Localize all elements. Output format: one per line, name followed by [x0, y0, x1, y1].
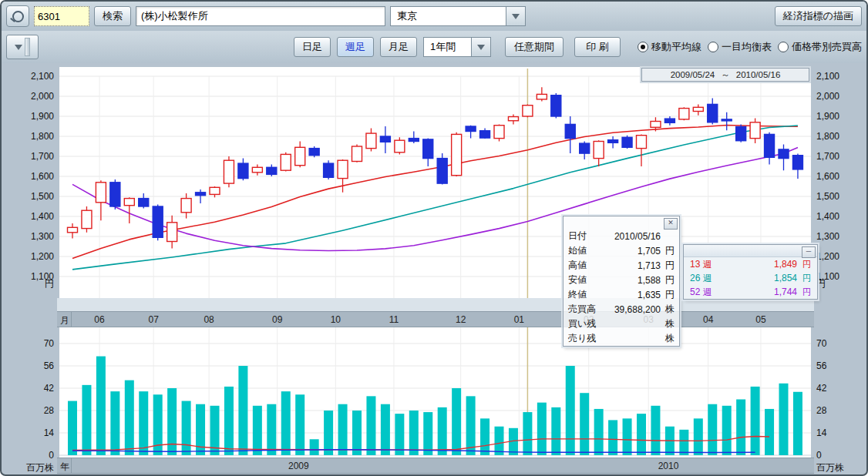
economic-indicator-button[interactable]: 経済指標の描画: [775, 6, 862, 26]
candle[interactable]: [651, 122, 661, 128]
candle[interactable]: [281, 154, 291, 170]
expand-dropdown-button[interactable]: [6, 35, 39, 59]
candle[interactable]: [551, 96, 561, 116]
price-tick-label: 1,800: [816, 131, 839, 142]
candle[interactable]: [580, 143, 590, 153]
candle[interactable]: [338, 160, 348, 178]
candle[interactable]: [196, 193, 206, 196]
candle[interactable]: [238, 163, 248, 179]
chevron-down-icon[interactable]: [471, 38, 490, 56]
candle[interactable]: [608, 140, 618, 143]
candle[interactable]: [295, 147, 305, 165]
price-tick-label: 1,900: [2, 111, 54, 122]
price-tick-label: 1,300: [2, 231, 54, 242]
stock-name-value: (株)小松製作所: [141, 9, 208, 23]
chevron-down-icon[interactable]: [506, 7, 525, 25]
candle[interactable]: [750, 122, 760, 139]
candle[interactable]: [664, 119, 675, 122]
candle[interactable]: [167, 223, 177, 242]
candle[interactable]: [324, 163, 334, 177]
radio-moving-average[interactable]: 移動平均線: [638, 40, 701, 54]
tab-weekly[interactable]: 週足: [337, 37, 374, 57]
candle[interactable]: [693, 107, 703, 111]
custom-period-button[interactable]: 任意期間: [505, 37, 564, 57]
candle[interactable]: [622, 137, 632, 147]
candle[interactable]: [352, 146, 362, 162]
stock-name-field[interactable]: (株)小松製作所: [136, 6, 385, 26]
radio-selected-icon: [638, 42, 648, 52]
candle[interactable]: [409, 139, 419, 142]
candle[interactable]: [224, 160, 234, 183]
volume-bar: [480, 418, 490, 455]
candle[interactable]: [153, 206, 163, 237]
candle[interactable]: [124, 199, 134, 206]
candle[interactable]: [82, 210, 92, 228]
close-icon[interactable]: ✕: [664, 218, 678, 230]
candle[interactable]: [537, 94, 547, 99]
candle[interactable]: [722, 119, 732, 121]
radio-unselected-icon: [708, 42, 718, 52]
candle[interactable]: [110, 183, 120, 206]
candle[interactable]: [494, 126, 504, 139]
price-tick-label: 1,600: [816, 171, 839, 182]
candle[interactable]: [708, 104, 718, 122]
price-tick-label: 1,700: [2, 151, 54, 162]
candle[interactable]: [679, 109, 689, 119]
candle[interactable]: [68, 227, 78, 233]
candle[interactable]: [366, 133, 376, 149]
volume-bar: [310, 439, 319, 455]
candle[interactable]: [210, 187, 220, 194]
candle[interactable]: [437, 159, 447, 184]
candle[interactable]: [181, 199, 191, 213]
candle[interactable]: [252, 167, 262, 173]
candle[interactable]: [565, 124, 575, 138]
tooltip-label: 売り残: [568, 332, 604, 345]
volume-bar: [623, 418, 632, 455]
tab-monthly[interactable]: 月足: [380, 37, 417, 57]
candle[interactable]: [139, 199, 149, 206]
volume-bar: [366, 396, 375, 455]
candle[interactable]: [637, 136, 647, 149]
tooltip-unit: 株: [661, 317, 675, 330]
volume-bar: [708, 404, 717, 455]
volume-bar: [793, 392, 802, 455]
search-icon-button[interactable]: [6, 5, 29, 27]
tooltip-label: 売買高: [568, 303, 604, 316]
legend-value: 1,854: [725, 273, 797, 283]
search-button[interactable]: 検索: [94, 6, 131, 26]
tooltip-value: 1,588: [604, 275, 661, 286]
candle[interactable]: [736, 127, 746, 141]
price-tick-label: 1,700: [816, 151, 839, 162]
radio-ichimoku[interactable]: 一目均衡表: [708, 40, 772, 54]
candle[interactable]: [779, 149, 789, 159]
candle[interactable]: [380, 136, 390, 142]
candle[interactable]: [96, 183, 106, 203]
candle[interactable]: [480, 131, 490, 138]
exchange-value: 東京: [391, 7, 506, 25]
candle[interactable]: [466, 126, 476, 132]
period-select[interactable]: 1年間: [423, 37, 491, 57]
stock-code-input[interactable]: [34, 6, 89, 26]
tooltip-label: 高値: [568, 259, 604, 272]
price-tick-label: 2,100: [2, 71, 54, 82]
candle[interactable]: [792, 156, 802, 169]
candle[interactable]: [309, 149, 319, 156]
range-end: 2010/05/16: [736, 70, 781, 79]
tooltip-value: 1,705: [604, 246, 661, 256]
price-tick-label: 1,400: [816, 211, 839, 222]
candle[interactable]: [452, 134, 462, 175]
stock-chart-window: 検索 (株)小松製作所 東京 経済指標の描画 日足 週足 月足 1年間 任意期間…: [0, 0, 868, 476]
tab-daily[interactable]: 日足: [294, 37, 331, 57]
radio-price-volume[interactable]: 価格帯別売買高: [778, 40, 862, 54]
candle[interactable]: [423, 139, 433, 159]
candle[interactable]: [765, 134, 775, 157]
candle[interactable]: [594, 142, 604, 159]
print-button[interactable]: 印 刷: [574, 37, 621, 57]
candle[interactable]: [267, 167, 277, 174]
candle[interactable]: [395, 140, 405, 153]
minimize-icon[interactable]: ─: [802, 246, 816, 258]
candle[interactable]: [508, 117, 518, 121]
candle[interactable]: [523, 106, 533, 116]
exchange-select[interactable]: 東京: [390, 6, 526, 26]
tooltip-label: 日付: [568, 230, 604, 243]
